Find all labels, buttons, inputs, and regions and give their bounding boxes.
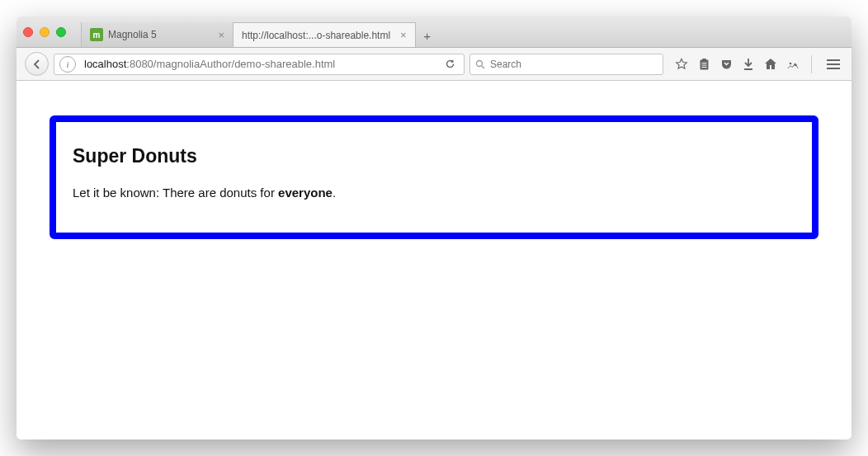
search-input[interactable]: [490, 59, 658, 70]
svg-point-0: [477, 60, 483, 66]
clipboard-icon[interactable]: [697, 58, 710, 71]
reload-icon: [445, 59, 455, 69]
magnolia-favicon-icon: m: [90, 28, 103, 41]
toolbar-icons: [675, 55, 843, 73]
svg-rect-7: [744, 68, 752, 70]
back-button[interactable]: [25, 52, 49, 76]
download-icon[interactable]: [742, 58, 755, 71]
close-tab-icon[interactable]: ×: [400, 29, 407, 41]
zoom-window-button[interactable]: [56, 27, 66, 37]
tab-label: http://localhost:...o-shareable.html: [242, 30, 390, 41]
tab-label: Magnolia 5: [108, 29, 208, 40]
svg-line-1: [482, 66, 484, 68]
svg-rect-6: [701, 67, 706, 68]
browser-window: m Magnolia 5 × http://localhost:...o-sha…: [17, 16, 851, 440]
menu-button[interactable]: [823, 56, 843, 73]
pocket-icon[interactable]: [719, 58, 733, 71]
minimize-window-button[interactable]: [40, 27, 50, 37]
window-controls: [23, 27, 66, 37]
tab-localhost[interactable]: http://localhost:...o-shareable.html ×: [234, 22, 416, 47]
new-tab-button[interactable]: +: [416, 24, 439, 47]
home-icon[interactable]: [764, 58, 777, 71]
svg-rect-4: [701, 63, 706, 63]
toolbar: i localhost:8080/magnoliaAuthor/demo-sha…: [17, 48, 851, 81]
site-info-icon[interactable]: i: [59, 56, 76, 73]
page-title: Super Donuts: [73, 145, 795, 167]
close-window-button[interactable]: [23, 27, 33, 37]
svg-point-8: [790, 62, 792, 64]
page-content: Super Donuts Let it be known: There are …: [17, 81, 851, 440]
url-text[interactable]: localhost:8080/magnoliaAuthor/demo-share…: [84, 58, 436, 70]
close-tab-icon[interactable]: ×: [218, 29, 224, 41]
titlebar: m Magnolia 5 × http://localhost:...o-sha…: [17, 16, 851, 48]
page-body: Let it be known: There are donuts for ev…: [73, 186, 795, 200]
address-bar[interactable]: i localhost:8080/magnoliaAuthor/demo-sha…: [54, 54, 465, 75]
svg-rect-5: [701, 64, 706, 65]
addon-icon[interactable]: [786, 58, 800, 71]
tab-strip: m Magnolia 5 × http://localhost:...o-sha…: [81, 16, 845, 47]
shareable-frame: Super Donuts Let it be known: There are …: [50, 115, 818, 239]
search-bar[interactable]: [469, 54, 663, 75]
arrow-left-icon: [32, 59, 42, 69]
search-icon: [475, 59, 485, 69]
bookmark-star-icon[interactable]: [675, 58, 688, 71]
svg-rect-3: [702, 59, 706, 61]
reload-button[interactable]: [441, 59, 459, 69]
tab-magnolia[interactable]: m Magnolia 5 ×: [81, 22, 234, 47]
toolbar-divider: [811, 55, 812, 73]
